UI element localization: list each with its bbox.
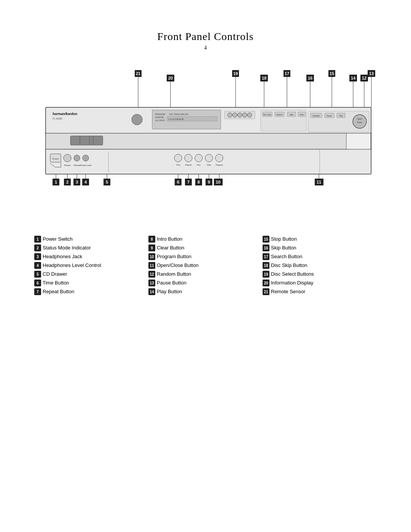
legend-item-1: 1Power Switch [34, 235, 148, 243]
legend-item-3: 3Headphones Jack [34, 253, 148, 260]
legend-item-5: 5CD Drawer [34, 270, 148, 278]
page-title: Front Panel Controls [157, 30, 253, 43]
svg-text:19: 19 [233, 71, 238, 76]
legend-badge-1: 1 [34, 236, 41, 243]
page-number: 4 [204, 45, 207, 51]
svg-text:FL 8350: FL 8350 [53, 117, 62, 120]
svg-rect-68 [70, 136, 103, 145]
legend-text-16: Skip Button [271, 245, 296, 251]
svg-text:13: 13 [369, 71, 374, 76]
legend-text-17: Search Button [271, 254, 302, 259]
legend-badge-19: 19 [263, 271, 269, 278]
legend-badge-17: 17 [263, 253, 269, 260]
svg-text:Disc Skip: Disc Skip [263, 113, 271, 116]
legend-item-9: 9Clear Button [148, 244, 263, 251]
svg-text:Play: Play [339, 115, 343, 117]
svg-point-76 [74, 155, 80, 161]
svg-text:14: 14 [351, 76, 356, 80]
legend-badge-6: 6 [34, 280, 41, 286]
legend-item-4: 4Headphones Level Control [34, 262, 148, 269]
svg-point-43 [228, 113, 232, 117]
svg-point-46 [242, 113, 247, 117]
svg-text:12: 12 [362, 76, 366, 80]
legend-badge-20: 20 [263, 280, 269, 286]
legend-badge-16: 16 [263, 244, 269, 251]
svg-point-34 [132, 114, 142, 125]
legend-item-18: 18Disc Skip Button [263, 262, 377, 269]
legend-item-21: 21Remote Sensor [263, 288, 377, 295]
legend-badge-2: 2 [34, 244, 41, 251]
legend-text-5: CD Drawer [43, 271, 67, 277]
svg-text:17: 17 [285, 71, 289, 76]
svg-point-84 [185, 154, 192, 162]
legend-item-6: 6Time Button [34, 279, 148, 286]
svg-text:Phones: Phones [74, 164, 80, 166]
legend-badge-3: 3 [34, 253, 41, 260]
svg-text:7: 7 [187, 180, 190, 184]
svg-point-44 [233, 113, 237, 117]
svg-text:9: 9 [208, 180, 210, 184]
svg-text:16: 16 [308, 76, 312, 80]
legend-badge-10: 10 [148, 253, 155, 260]
legend-badge-11: 11 [148, 262, 155, 269]
legend-text-6: Time Button [43, 280, 69, 286]
legend-col-3: 15Stop Button16Skip Button17Search Butto… [263, 235, 377, 295]
legend-item-13: 13Pause Button [148, 279, 263, 286]
svg-text:harman/kardon: harman/kardon [53, 112, 78, 116]
svg-text:3: 3 [76, 180, 78, 184]
legend-item-20: 20Information Display [263, 279, 377, 286]
legend-text-20: Information Display [271, 280, 313, 286]
svg-text:Phones: Phones [64, 164, 71, 166]
legend-badge-9: 9 [148, 244, 155, 251]
legend-text-14: Play Button [157, 289, 182, 294]
legend-text-3: Headphones Jack [43, 254, 82, 259]
legend-badge-18: 18 [263, 262, 269, 269]
svg-text:18: 18 [262, 76, 266, 80]
legend-text-19: Disc Select Buttons [271, 271, 314, 277]
svg-text:15: 15 [330, 71, 334, 76]
svg-text:Phones Level: Phones Level [80, 164, 91, 166]
svg-point-90 [215, 154, 223, 162]
svg-text:21: 21 [136, 71, 140, 76]
legend-text-9: Clear Button [157, 245, 184, 251]
svg-text:Time: Time [176, 164, 180, 166]
legend-badge-7: 7 [34, 288, 41, 295]
svg-text:2: 2 [66, 180, 68, 184]
svg-text:5: 5 [106, 180, 108, 184]
legend-item-12: 12Random Button [148, 270, 263, 278]
legend-text-12: Random Button [157, 271, 191, 277]
legend-badge-4: 4 [34, 262, 41, 269]
svg-text:Program: Program [215, 164, 223, 166]
svg-text:Close: Close [357, 121, 362, 123]
svg-text:4: 4 [84, 180, 87, 184]
legend-text-1: Power Switch [43, 236, 73, 242]
svg-text:Pause: Pause [327, 115, 332, 117]
svg-point-88 [205, 154, 213, 162]
legend-text-7: Repeat Button [43, 289, 74, 294]
device-diagram: 21 20 19 18 17 16 15 [34, 66, 377, 228]
svg-point-77 [83, 155, 89, 161]
svg-text:11: 11 [317, 180, 321, 184]
legend-section: 1Power Switch2Status Mode Indicator3Head… [34, 235, 377, 295]
legend-item-7: 7Repeat Button [34, 288, 148, 295]
legend-item-17: 17Search Button [263, 253, 377, 260]
legend-col-2: 8Intro Button9Clear Button10Program Butt… [148, 235, 263, 295]
legend-text-13: Pause Button [157, 280, 186, 286]
svg-point-86 [195, 154, 202, 162]
legend-item-2: 2Status Mode Indicator [34, 244, 148, 251]
legend-text-4: Headphones Level Control [43, 262, 101, 268]
legend-badge-14: 14 [148, 288, 155, 295]
legend-item-15: 15Stop Button [263, 235, 377, 243]
svg-text:1 2 3 4 5  00 00 00: 1 2 3 4 5 00 00 00 [168, 118, 184, 120]
svg-point-47 [247, 113, 252, 117]
svg-text:Search: Search [276, 113, 282, 116]
svg-text:6: 6 [177, 180, 179, 184]
legend-col-1: 1Power Switch2Status Mode Indicator3Head… [34, 235, 148, 295]
legend-item-8: 8Intro Button [148, 235, 263, 243]
svg-text:PROGRAM: PROGRAM [155, 113, 165, 115]
legend-badge-8: 8 [148, 236, 155, 243]
legend-text-2: Status Mode Indicator [43, 245, 91, 251]
legend-item-10: 10Program Button [148, 253, 263, 260]
legend-item-16: 16Skip Button [263, 244, 377, 251]
legend-badge-5: 5 [34, 271, 41, 278]
